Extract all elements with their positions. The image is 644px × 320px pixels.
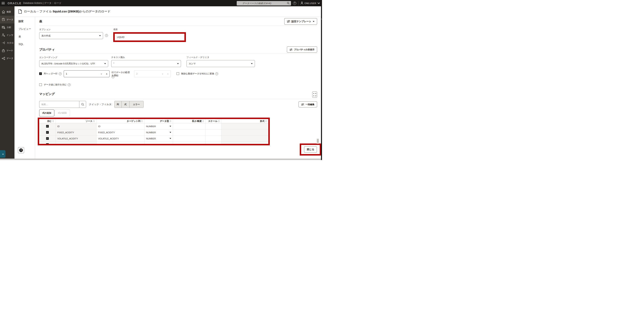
column-header-scale[interactable]: スケール bbox=[206, 119, 222, 123]
sidebar-item-marketplace[interactable]: マーケ bbox=[0, 47, 14, 54]
row-include-checkbox[interactable] bbox=[46, 131, 49, 134]
null-convert-checkbox[interactable] bbox=[176, 72, 179, 75]
mapping-table-highlight-box: 含む ソース ターゲット列 データ型 長さ/精度 スケール 形式 ID ID N… bbox=[38, 118, 270, 145]
target-cell[interactable]: ID bbox=[96, 123, 144, 129]
length-cell[interactable] bbox=[173, 123, 206, 129]
scale-cell[interactable] bbox=[206, 142, 222, 144]
sidebar-item-analysis[interactable]: 分析 bbox=[0, 23, 14, 31]
row-include-checkbox[interactable] bbox=[46, 137, 49, 140]
datatype-select[interactable]: NUMBER bbox=[144, 123, 173, 129]
column-header-datatype[interactable]: データ型 bbox=[144, 119, 173, 123]
bulk-edit-button[interactable]: 一括編集 bbox=[298, 101, 317, 107]
quick-filter-group: 列 式 エラー bbox=[114, 101, 144, 108]
datatype-select[interactable]: NUMBER bbox=[144, 136, 173, 141]
newline-help-icon[interactable] bbox=[68, 83, 70, 86]
target-cell[interactable]: FIXED_ACIDITY bbox=[96, 129, 144, 135]
search-icon[interactable] bbox=[287, 2, 290, 4]
analysis-icon bbox=[2, 26, 5, 29]
column-header-source[interactable]: ソース bbox=[56, 119, 96, 123]
field-delimiter-select[interactable]: カンマ bbox=[186, 60, 255, 67]
format-cell[interactable] bbox=[222, 129, 268, 135]
expand-button[interactable] bbox=[312, 91, 317, 98]
format-cell[interactable] bbox=[222, 142, 268, 144]
target-cell[interactable]: CITRIC_ACID bbox=[96, 142, 144, 144]
sidebar-item-insight[interactable]: インサ bbox=[0, 31, 14, 39]
subnav-item-sql[interactable]: SQL bbox=[14, 43, 35, 50]
sort-icon bbox=[170, 120, 171, 122]
newline-checkbox[interactable] bbox=[39, 83, 42, 86]
help-icon[interactable]: ? bbox=[293, 2, 296, 5]
start-row-help-icon[interactable] bbox=[112, 75, 114, 78]
length-cell[interactable] bbox=[173, 136, 206, 141]
sidebar-item-data-share[interactable]: データ bbox=[0, 54, 14, 62]
add-expression-button[interactable]: 式の追加 bbox=[39, 109, 54, 116]
option-help-icon[interactable] bbox=[105, 34, 108, 37]
scale-cell[interactable] bbox=[206, 129, 222, 135]
share-icon bbox=[2, 57, 5, 60]
datatype-select[interactable]: NUMBER bbox=[144, 142, 173, 144]
row-include-checkbox[interactable] bbox=[46, 125, 49, 128]
column-header-format[interactable]: 形式 bbox=[222, 119, 268, 123]
filter-errors[interactable]: エラー bbox=[130, 101, 144, 108]
table-name-input[interactable] bbox=[115, 34, 184, 40]
format-cell[interactable] bbox=[222, 123, 268, 129]
spinner-down-icon[interactable]: ∨ bbox=[99, 72, 104, 75]
sort-icon bbox=[141, 120, 143, 122]
column-header-include[interactable]: 含む bbox=[39, 119, 56, 123]
hamburger-menu-icon[interactable] bbox=[2, 2, 5, 4]
hide-properties-button[interactable]: プロパティの非表示 bbox=[287, 46, 317, 53]
mapping-search-input[interactable] bbox=[39, 101, 79, 108]
dropdown-caret-icon bbox=[170, 138, 171, 139]
length-cell[interactable] bbox=[173, 142, 206, 144]
source-cell: VOLATILE_ACIDITY bbox=[56, 136, 96, 141]
close-button[interactable]: 閉じる bbox=[304, 146, 317, 153]
source-cell: CITRIC_ACID bbox=[56, 142, 96, 144]
database-search-input[interactable] bbox=[237, 1, 291, 5]
table-row: VOLATILE_ACIDITY VOLATILE_ACIDITY NUMBER bbox=[39, 136, 268, 142]
mapping-search-button[interactable] bbox=[79, 101, 86, 108]
settings-template-button[interactable]: 設定テンプレート bbox=[284, 18, 317, 25]
row-include-checkbox[interactable] bbox=[46, 143, 49, 144]
option-select[interactable]: 表の作成 bbox=[39, 32, 103, 39]
scale-cell[interactable] bbox=[206, 123, 222, 129]
sidebar-item-label: 分析 bbox=[7, 26, 11, 29]
sidebar-item-data[interactable]: データ bbox=[0, 16, 14, 23]
subnav-item-settings[interactable]: 設定 bbox=[14, 19, 35, 27]
filter-expressions[interactable]: 式 bbox=[122, 101, 130, 108]
datatype-select[interactable]: NUMBER bbox=[144, 129, 173, 135]
subnav-item-table[interactable]: 表 bbox=[14, 35, 35, 43]
column-header-help-icon[interactable] bbox=[59, 72, 62, 75]
app-title: Database Actions | データ・ロード bbox=[23, 1, 62, 5]
scrollbar-thumb[interactable] bbox=[317, 139, 319, 143]
help-button[interactable]: ? bbox=[18, 147, 24, 153]
vertical-scrollbar[interactable] bbox=[316, 138, 319, 144]
sidebar-item-catalog[interactable]: カタロ bbox=[0, 39, 14, 47]
sidebar-collapse-button[interactable]: « bbox=[0, 150, 6, 158]
scale-cell[interactable] bbox=[206, 136, 222, 141]
sliders-icon bbox=[290, 48, 292, 51]
format-cell[interactable] bbox=[222, 136, 268, 141]
filter-columns[interactable]: 列 bbox=[114, 101, 122, 108]
spinner-up-icon[interactable]: ∧ bbox=[104, 72, 109, 75]
header-row-spinner[interactable]: 1 ∨ ∧ bbox=[64, 70, 110, 77]
dropdown-caret-icon bbox=[104, 63, 106, 64]
start-row-spinner: 2 ∨ ∧ bbox=[134, 70, 171, 77]
target-cell[interactable]: VOLATILE_ACIDITY bbox=[96, 136, 144, 141]
sidebar-item-overview[interactable]: 概要 bbox=[0, 8, 14, 16]
chevron-down-icon bbox=[318, 2, 320, 4]
table-section-heading: 表 bbox=[39, 19, 42, 23]
encoding-select[interactable]: AL32UTF8 - Unicode 9.0汎用文字セット(UCS)、UTF bbox=[39, 60, 108, 67]
column-header-length[interactable]: 長さ/精度 bbox=[173, 119, 206, 123]
text-enclosure-select[interactable]: " bbox=[111, 60, 181, 67]
column-header-target[interactable]: ターゲット列 bbox=[96, 119, 144, 123]
user-menu[interactable]: OMLUSER bbox=[300, 2, 320, 5]
null-convert-help-icon[interactable] bbox=[215, 72, 218, 75]
length-cell[interactable] bbox=[173, 129, 206, 135]
delete-expression-button: 式の削除 bbox=[55, 109, 70, 116]
subnav-item-preview[interactable]: プレビュー bbox=[14, 27, 35, 35]
column-header-checkbox[interactable] bbox=[39, 72, 42, 75]
source-cell: ID bbox=[56, 123, 96, 129]
scroll-up-icon[interactable] bbox=[321, 18, 322, 20]
quick-filter-label: クイック・フィルタ: bbox=[89, 103, 112, 106]
data-upload-icon bbox=[2, 18, 5, 21]
